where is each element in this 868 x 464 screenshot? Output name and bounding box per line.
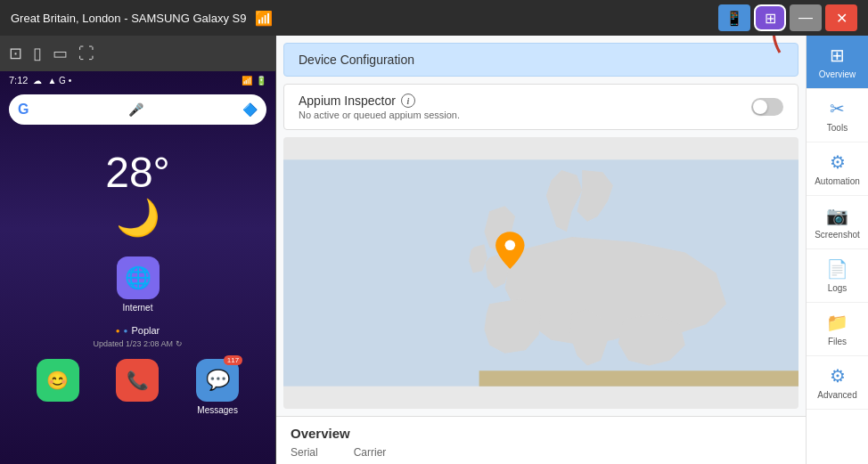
weather-widget: 28° 🌙 — [0, 130, 275, 248]
serial-header: Serial — [291, 446, 318, 459]
sidebar-item-overview[interactable]: ⊞ Overview — [807, 36, 868, 89]
location-update: Updated 1/23 2:08 AM — [93, 339, 173, 348]
title-bar: Great Britain, London - SAMSUNG Galaxy S… — [0, 0, 868, 36]
battery-icon: 🔋 — [256, 76, 266, 85]
phone-toolbar: ⊡ ▯ ▭ ⛶ — [0, 36, 275, 71]
overview-icon: ⊞ — [830, 45, 845, 66]
temperature-display: 28° — [0, 148, 275, 197]
phone-screen: 7:12 ☁ ▲ G • 📶 🔋 G 🎤 🔷 28° 🌙 — [0, 71, 275, 464]
overview-title: Overview — [291, 426, 791, 441]
screenshot-icon: 📷 — [826, 205, 848, 226]
location-name: Poplar — [131, 325, 160, 336]
files-icon: 📁 — [826, 312, 848, 333]
refresh-icon[interactable]: ↻ — [176, 339, 183, 348]
fullscreen-icon[interactable]: ⛶ — [78, 45, 94, 63]
rotate-icon[interactable]: ⊡ — [9, 44, 22, 63]
wifi-icon: 📶 — [255, 10, 273, 27]
moon-icon: 🌙 — [0, 197, 275, 239]
location-row: ● ● Poplar — [0, 322, 275, 339]
right-panel: Device Configuration Appium Inspector — [276, 36, 806, 464]
signal-g-icon: ▲ G • — [47, 76, 71, 85]
screenshot-label: Screenshot — [815, 230, 860, 240]
sidebar-item-logs[interactable]: 📄 Logs — [807, 249, 868, 303]
title-bar-title: Great Britain, London - SAMSUNG Galaxy S… — [11, 12, 246, 25]
svg-point-2 — [505, 240, 516, 251]
carrier-header: Carrier — [354, 446, 387, 459]
appium-toggle[interactable] — [751, 98, 783, 116]
landscape-icon[interactable]: ▭ — [53, 44, 68, 63]
appium-subtitle: No active or queued appium session. — [299, 110, 460, 120]
location-dot-blue: ● — [124, 327, 128, 335]
status-time: 7:12 — [9, 75, 28, 85]
sidebar-item-screenshot[interactable]: 📷 Screenshot — [807, 196, 868, 249]
portrait-icon[interactable]: ▯ — [33, 44, 42, 63]
internet-icon: 🌐 — [125, 265, 151, 290]
app-icon-1[interactable]: 😊 — [37, 359, 79, 415]
overview-section: Overview Serial Carrier — [276, 416, 806, 464]
messages-badge: 117 — [224, 355, 242, 365]
status-bar: 7:12 ☁ ▲ G • 📶 🔋 — [0, 71, 275, 89]
google-logo: G — [18, 102, 29, 118]
device-config-section: Device Configuration — [276, 36, 806, 84]
lens-icon[interactable]: 🔷 — [242, 102, 258, 117]
location-dot-orange: ● — [116, 327, 120, 335]
sidebar-item-files[interactable]: 📁 Files — [807, 303, 868, 356]
map-svg — [283, 137, 798, 409]
mic-icon[interactable]: 🎤 — [128, 102, 143, 117]
sidebar-item-tools[interactable]: ✂ Tools — [807, 89, 868, 142]
advanced-label: Advanced — [817, 390, 856, 400]
info-icon[interactable]: i — [401, 94, 415, 108]
automation-icon: ⚙ — [830, 151, 846, 173]
tools-icon: ✂ — [830, 98, 845, 119]
overview-label: Overview — [819, 69, 856, 79]
overview-table: Serial Carrier — [291, 446, 791, 459]
toggle-knob — [753, 100, 767, 114]
app-icon-2[interactable]: 📞 — [116, 359, 159, 415]
internet-label: Internet — [123, 303, 153, 313]
messages-app-icon[interactable]: 💬 117 Messages — [196, 359, 239, 415]
cloud-icon: ☁ — [33, 76, 42, 85]
appium-inspector-label: Appium Inspector — [299, 94, 396, 108]
automation-label: Automation — [815, 176, 860, 186]
phone-panel: ⊡ ▯ ▭ ⛶ 7:12 ☁ ▲ G • 📶 🔋 G — [0, 36, 276, 464]
messages-label: Messages — [197, 405, 238, 415]
messages-icon: 💬 — [206, 369, 230, 392]
arrow-annotation — [744, 36, 806, 57]
device-config-title: Device Configuration — [299, 53, 414, 67]
map-container — [283, 137, 798, 409]
tools-label: Tools — [827, 123, 848, 133]
minimize-button[interactable]: — — [790, 4, 822, 31]
appium-inspector-row: Appium Inspector i No active or queued a… — [283, 84, 798, 130]
bottom-apps: 😊 📞 💬 117 Messages — [0, 352, 275, 422]
app-icons-row: 🌐 Internet — [0, 248, 275, 322]
files-label: Files — [828, 337, 847, 346]
app1-icon: 😊 — [46, 370, 69, 391]
record-button[interactable]: ⊞ — [754, 4, 786, 31]
app2-icon: 📞 — [127, 370, 149, 391]
right-sidebar: ⊞ Overview ✂ Tools ⚙ Automation 📷 Screen… — [806, 36, 868, 464]
phone-view-button[interactable]: 📱 — [718, 4, 750, 31]
logs-label: Logs — [828, 283, 848, 293]
logs-icon: 📄 — [826, 258, 848, 280]
sidebar-item-automation[interactable]: ⚙ Automation — [807, 142, 868, 196]
google-search-bar[interactable]: G 🎤 🔷 — [9, 94, 266, 125]
advanced-icon: ⚙ — [830, 365, 846, 387]
internet-app-icon[interactable]: 🌐 Internet — [117, 256, 160, 313]
wifi-status-icon: 📶 — [242, 76, 252, 85]
sidebar-item-advanced[interactable]: ⚙ Advanced — [807, 356, 868, 410]
device-config-bar: Device Configuration — [283, 43, 798, 77]
close-button[interactable]: ✕ — [825, 4, 857, 31]
